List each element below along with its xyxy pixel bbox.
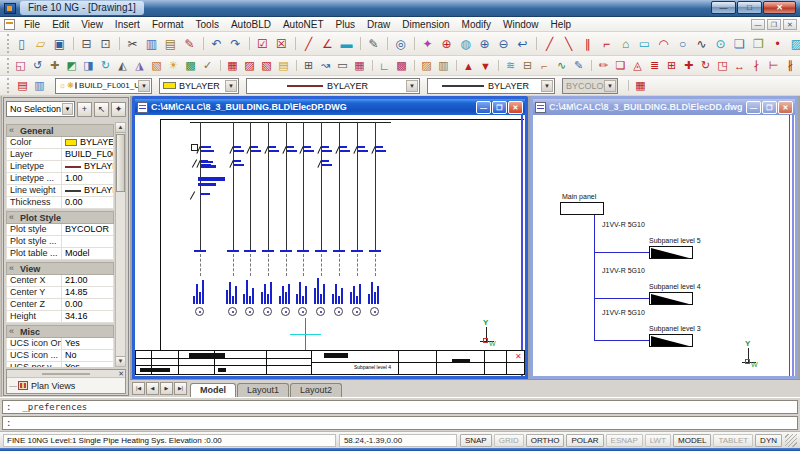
- property-value[interactable]: BYCOLOR: [62, 224, 113, 235]
- circle[interactable]: ○: [673, 34, 692, 53]
- menu-item[interactable]: Format: [146, 19, 190, 30]
- cut[interactable]: ✂: [123, 34, 142, 53]
- menu-item[interactable]: Edit: [46, 19, 75, 30]
- arc[interactable]: ◠: [654, 34, 673, 53]
- property-value[interactable]: [62, 236, 113, 247]
- palette-dock-grip[interactable]: [0, 96, 2, 397]
- hatch[interactable]: ▨: [787, 34, 800, 53]
- section-header[interactable]: General: [6, 124, 114, 137]
- scale[interactable]: ◳: [714, 57, 731, 74]
- zoom-extents[interactable]: ◱: [12, 57, 29, 74]
- zoom-object[interactable]: ◎: [391, 34, 410, 53]
- menu-item[interactable]: AutoNET: [277, 19, 330, 30]
- redo[interactable]: ↷: [226, 34, 245, 53]
- selection-dropdown-arrow[interactable]: ▼: [62, 103, 73, 115]
- sketch[interactable]: ✎: [364, 34, 383, 53]
- section-header[interactable]: Misc: [6, 325, 114, 338]
- command-history[interactable]: : _preferences: [2, 400, 798, 414]
- pan[interactable]: ✚: [46, 57, 63, 74]
- layer-dropdown-arrow[interactable]: ▼: [138, 80, 150, 92]
- menu-item[interactable]: Plus: [330, 19, 361, 30]
- layout-tab[interactable]: Layout2: [290, 383, 342, 397]
- mirror[interactable]: ◬: [629, 57, 646, 74]
- zoom-window[interactable]: ◍: [456, 34, 475, 53]
- erase[interactable]: ✏: [595, 57, 612, 74]
- color-dropdown-arrow[interactable]: ▼: [225, 80, 237, 92]
- zoom-in[interactable]: ⊕: [475, 34, 494, 53]
- select-objects-button[interactable]: ↖: [94, 102, 109, 117]
- scroll-up-arrow[interactable]: ▲: [116, 123, 125, 133]
- spline[interactable]: ∿: [692, 34, 711, 53]
- status-toggle[interactable]: ESNAP: [606, 434, 643, 447]
- light[interactable]: ☀: [165, 57, 182, 74]
- construction-line[interactable]: ╲: [559, 34, 578, 53]
- menu-item[interactable]: View: [75, 19, 109, 30]
- selection-dropdown[interactable]: No Selection ▼: [6, 101, 75, 117]
- linetype-dropdown[interactable]: BYLAYER ▼: [246, 78, 420, 94]
- polyline[interactable]: ⌐: [597, 34, 616, 53]
- plan-views-item[interactable]: — Plan Views: [7, 378, 125, 393]
- menu-item[interactable]: Window: [497, 19, 545, 30]
- resize-grip[interactable]: [785, 434, 797, 447]
- match-layer[interactable]: ▨: [418, 57, 435, 74]
- leader[interactable]: ↝: [317, 57, 334, 74]
- hide[interactable]: ◭: [114, 57, 131, 74]
- close-button[interactable]: ✕: [763, 1, 796, 14]
- elecdd-titlebar[interactable]: C:\4M\CALC\8_3_BUILDING.BLD\ElecDD.dwg —…: [533, 99, 795, 115]
- command-prompt-input[interactable]: :: [2, 416, 798, 430]
- mline-edit[interactable]: ⊟: [519, 57, 536, 74]
- insert-block[interactable]: ❏: [730, 34, 749, 53]
- print[interactable]: ⊟: [77, 34, 96, 53]
- layer-new[interactable]: ▨: [241, 57, 258, 74]
- menu-item[interactable]: Dimension: [396, 19, 455, 30]
- zoom-out[interactable]: ⊖: [494, 34, 513, 53]
- rectangle[interactable]: ▭: [635, 34, 654, 53]
- property-value[interactable]: 14.85: [62, 287, 113, 298]
- rotate[interactable]: ↻: [697, 57, 714, 74]
- material[interactable]: ▩: [182, 57, 199, 74]
- copy-to-layer[interactable]: ▥: [435, 57, 452, 74]
- paste[interactable]: ▤: [161, 34, 180, 53]
- titlebar[interactable]: Fine 10 NG - [Drawing1] — □ ✕: [0, 0, 800, 17]
- ellipse[interactable]: ⊙: [711, 34, 730, 53]
- point[interactable]: •: [768, 34, 787, 53]
- plan-views-grip[interactable]: ✕: [7, 370, 125, 378]
- status-toggle[interactable]: LWT: [645, 434, 671, 447]
- edit-ruler[interactable]: ▬: [337, 34, 356, 53]
- tree-expander[interactable]: —: [9, 381, 17, 390]
- stretch[interactable]: ↔: [731, 57, 748, 74]
- section-header[interactable]: Plot Style: [6, 211, 114, 224]
- undo[interactable]: ↶: [207, 34, 226, 53]
- elecdp-close-button[interactable]: ✕: [508, 101, 523, 114]
- attribute-edit[interactable]: ✎: [570, 57, 587, 74]
- property-value[interactable]: Yes: [62, 362, 113, 367]
- trim[interactable]: ∤: [748, 57, 765, 74]
- maximize-button[interactable]: □: [737, 1, 762, 14]
- grid-colors[interactable]: ▩: [393, 57, 410, 74]
- color-dropdown[interactable]: BYLAYER ▼: [159, 78, 239, 94]
- section-header[interactable]: View: [6, 262, 114, 275]
- status-toggle[interactable]: ORTHO: [526, 434, 565, 447]
- coordinates-display[interactable]: 58.24,-1.39,0.00: [339, 434, 457, 447]
- property-value[interactable]: 1.00: [62, 173, 113, 184]
- mline-style[interactable]: ≋: [502, 57, 519, 74]
- status-toggle[interactable]: GRID: [494, 434, 524, 447]
- spline-edit[interactable]: ∿: [553, 57, 570, 74]
- draworder-back[interactable]: ▼: [477, 57, 494, 74]
- elecdp-canvas[interactable]: YW: [135, 115, 525, 376]
- zoom-realtime[interactable]: ⊕: [437, 34, 456, 53]
- menu-item[interactable]: Help: [545, 19, 578, 30]
- property-value[interactable]: 21.00: [62, 275, 113, 286]
- copy[interactable]: ▥: [142, 34, 161, 53]
- status-toggle[interactable]: POLAR: [566, 434, 603, 447]
- close-icon[interactable]: ✕: [118, 370, 124, 378]
- draworder-front[interactable]: ▲: [460, 57, 477, 74]
- layers[interactable]: ▤: [14, 77, 31, 94]
- make-block[interactable]: ❐: [749, 34, 768, 53]
- open-file[interactable]: ▱: [31, 34, 50, 53]
- polar-tracking[interactable]: ∟: [376, 57, 393, 74]
- extend[interactable]: ⊢: [765, 57, 782, 74]
- shade[interactable]: ◮: [131, 57, 148, 74]
- property-value[interactable]: No: [62, 350, 113, 361]
- dim-update[interactable]: ☒: [272, 34, 291, 53]
